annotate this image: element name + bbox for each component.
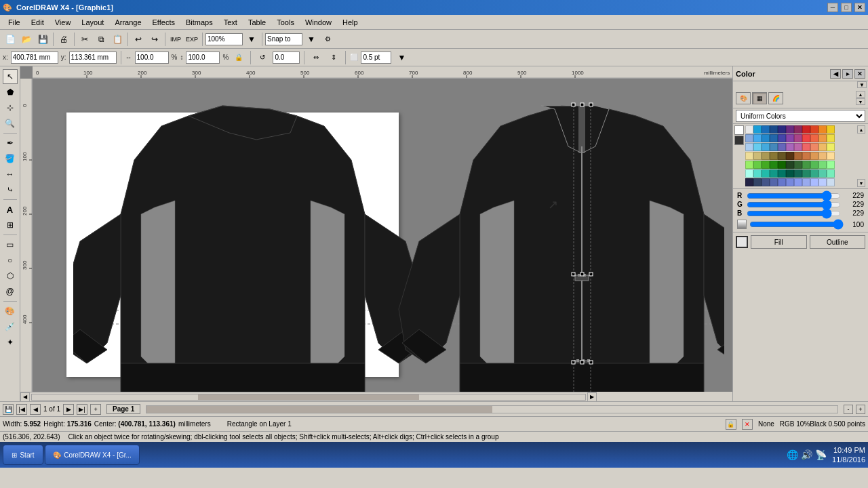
color-panel-collapse[interactable]: ▸ xyxy=(842,69,853,79)
page-add-btn[interactable]: + xyxy=(90,404,101,415)
black-swatch[interactable] xyxy=(734,136,744,145)
swatch[interactable] xyxy=(818,134,827,142)
fill-button[interactable]: Fill xyxy=(751,235,807,249)
fill-tool[interactable]: 🎨 xyxy=(3,304,18,319)
swatch[interactable] xyxy=(786,161,794,169)
outline-dropdown[interactable]: ▼ xyxy=(394,50,409,65)
outline-button[interactable]: Outline xyxy=(810,235,866,249)
interactive-tool[interactable]: ✦ xyxy=(3,335,18,350)
swatch[interactable] xyxy=(753,125,762,134)
rectangle-tool[interactable]: ▭ xyxy=(3,237,18,252)
undo-button[interactable]: ↩ xyxy=(131,32,146,47)
color-scroll-down[interactable]: ▼ xyxy=(856,98,865,105)
swatch[interactable] xyxy=(810,134,818,142)
y-input[interactable] xyxy=(69,52,117,64)
swatch[interactable] xyxy=(786,169,794,178)
swatch[interactable] xyxy=(762,143,770,151)
swatch[interactable] xyxy=(786,143,794,151)
swatch[interactable] xyxy=(810,143,818,151)
swatch[interactable] xyxy=(794,143,802,151)
swatch[interactable] xyxy=(745,125,753,134)
zoom-in-btn[interactable]: + xyxy=(856,405,865,414)
swatch[interactable] xyxy=(753,178,762,186)
swatch[interactable] xyxy=(794,169,802,178)
menu-arrange[interactable]: Arrange xyxy=(109,17,146,28)
hscroll-right-btn[interactable]: ▶ xyxy=(587,392,597,402)
close-button[interactable]: ✕ xyxy=(854,3,865,12)
swatch[interactable] xyxy=(745,161,753,169)
page-first-btn[interactable]: |◀ xyxy=(16,404,27,415)
page-save-btn[interactable]: 💾 xyxy=(3,404,14,415)
table-tool[interactable]: ⊞ xyxy=(3,218,18,232)
swatch[interactable] xyxy=(770,169,778,178)
w-input[interactable] xyxy=(135,52,169,64)
menu-bitmaps[interactable]: Bitmaps xyxy=(180,17,218,28)
swatch[interactable] xyxy=(762,125,770,134)
mirror-v-btn[interactable]: ⇕ xyxy=(326,50,341,65)
swatch[interactable] xyxy=(762,178,770,186)
swatch[interactable] xyxy=(802,152,810,160)
snap-to-input[interactable] xyxy=(265,33,302,45)
swatch[interactable] xyxy=(794,161,802,169)
color-mode-swatch[interactable]: 🎨 xyxy=(736,92,751,104)
menu-tools[interactable]: Tools xyxy=(271,17,300,28)
swatch[interactable] xyxy=(827,152,835,160)
b-slider[interactable] xyxy=(747,210,841,217)
minimize-button[interactable]: ─ xyxy=(827,3,838,12)
swatch[interactable] xyxy=(753,169,762,178)
swatch[interactable] xyxy=(770,152,778,160)
color-mode-spectrum[interactable]: 🌈 xyxy=(768,92,783,104)
swatch[interactable] xyxy=(786,152,794,160)
page-last-btn[interactable]: ▶| xyxy=(77,404,87,415)
swatch[interactable] xyxy=(745,169,753,178)
swatch[interactable] xyxy=(794,152,802,160)
swatch[interactable] xyxy=(810,169,818,178)
swatch[interactable] xyxy=(802,178,810,186)
swatch[interactable] xyxy=(778,161,786,169)
tray-icon-2[interactable]: 🔊 xyxy=(801,449,812,460)
swatch[interactable] xyxy=(778,152,786,160)
export-button[interactable]: EXP xyxy=(184,32,199,47)
redo-button[interactable]: ↪ xyxy=(147,32,162,47)
palette-scroll-up[interactable]: ▲ xyxy=(857,125,865,134)
menu-table[interactable]: Table xyxy=(243,17,271,28)
swatch[interactable] xyxy=(810,178,818,186)
swatch[interactable] xyxy=(745,152,753,160)
swatch[interactable] xyxy=(818,161,827,169)
crop-tool[interactable]: ⊹ xyxy=(3,100,18,115)
color-expand-btn[interactable]: ▼ xyxy=(857,81,867,88)
tray-icon-3[interactable]: 📡 xyxy=(815,449,827,460)
swatch[interactable] xyxy=(778,169,786,178)
x-input[interactable] xyxy=(11,52,58,64)
swatch[interactable] xyxy=(762,134,770,142)
canvas[interactable]: ↗ xyxy=(33,79,732,392)
menu-window[interactable]: Window xyxy=(300,17,337,28)
menu-view[interactable]: View xyxy=(50,17,77,28)
page-prev-btn[interactable]: ◀ xyxy=(30,404,41,415)
opacity-slider[interactable] xyxy=(749,221,844,228)
swatch[interactable] xyxy=(762,161,770,169)
snap-settings[interactable]: ⚙ xyxy=(320,32,335,47)
swatch[interactable] xyxy=(802,134,810,142)
swatch[interactable] xyxy=(786,178,794,186)
white-swatch[interactable] xyxy=(734,125,744,135)
text-tool[interactable]: A xyxy=(3,202,18,217)
swatch[interactable] xyxy=(810,152,818,160)
swatch[interactable] xyxy=(818,169,827,178)
swatch[interactable] xyxy=(786,125,794,134)
swatch[interactable] xyxy=(770,134,778,142)
connector-tool[interactable]: ⤷ xyxy=(3,182,18,197)
maximize-button[interactable]: □ xyxy=(841,3,852,12)
menu-help[interactable]: Help xyxy=(337,17,363,28)
swatch[interactable] xyxy=(778,143,786,151)
palette-scroll-down[interactable]: ▼ xyxy=(857,179,865,187)
hscroll-left-btn[interactable]: ◀ xyxy=(20,392,30,402)
menu-edit[interactable]: Edit xyxy=(26,17,50,28)
hscroll[interactable]: ◀ ▶ xyxy=(20,392,597,401)
swatch[interactable] xyxy=(794,125,802,134)
swatch[interactable] xyxy=(810,125,818,134)
rotation-input[interactable] xyxy=(273,52,300,64)
taskbar-coreldraw[interactable]: 🎨 CorelDRAW X4 - [Gr... xyxy=(45,445,140,465)
menu-file[interactable]: File xyxy=(3,17,26,28)
eyedropper-tool[interactable]: 💉 xyxy=(3,319,18,334)
